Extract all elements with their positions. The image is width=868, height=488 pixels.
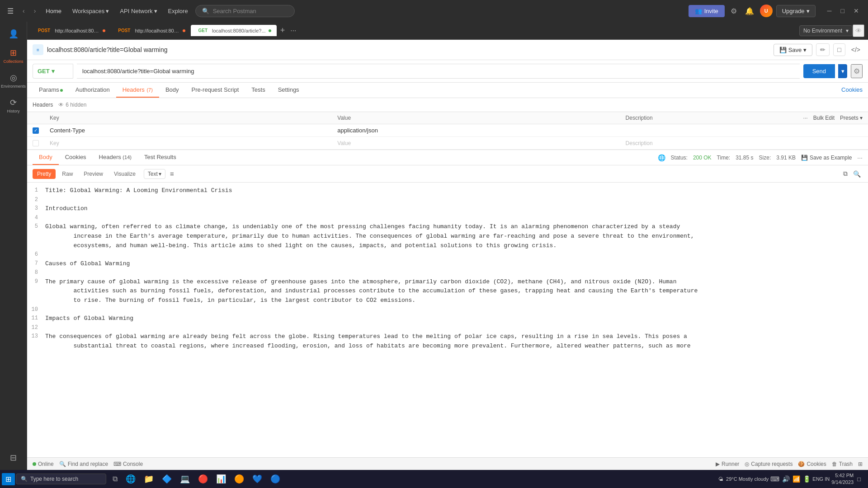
invite-button[interactable]: 👥 Invite <box>689 5 725 17</box>
url-input[interactable] <box>77 64 800 79</box>
runner-button[interactable]: ▶ Runner <box>716 461 739 467</box>
find-replace-button[interactable]: 🔍 Find and replace <box>59 461 108 467</box>
more-tabs-button[interactable]: ··· <box>288 27 298 35</box>
send-dropdown-button[interactable]: ▾ <box>838 64 847 78</box>
capture-requests-button[interactable]: ◎ Capture requests <box>745 461 793 467</box>
taskbar-item-vscode[interactable]: 💻 <box>176 472 193 486</box>
tab-params[interactable]: Params <box>33 83 69 98</box>
settings-button[interactable]: ⚙ <box>728 5 739 18</box>
cookies-status-button[interactable]: 🍪 Cookies <box>798 461 826 467</box>
upgrade-button[interactable]: Upgrade ▾ <box>776 5 816 17</box>
code-line-7: 7 Causes of Global Warming <box>27 259 868 269</box>
tab-authorization[interactable]: Authorization <box>69 83 116 98</box>
method-select[interactable]: GET ▾ <box>33 64 73 79</box>
response-more-button[interactable]: ··· <box>857 154 863 161</box>
tab-get-active[interactable]: GET localhost:8080/article?... <box>191 25 276 36</box>
expand-button[interactable]: ⊞ <box>858 461 863 467</box>
taskbar-item-task-view[interactable]: ⧉ <box>109 473 121 485</box>
home-nav-item[interactable]: Home <box>42 6 65 16</box>
tab-post-1[interactable]: POST http://localhost:8080, <box>31 25 111 36</box>
trash-button[interactable]: 🗑 Trash <box>832 461 853 467</box>
fmt-visualize[interactable]: Visualize <box>109 169 140 179</box>
presets-button[interactable]: Presets ▾ <box>840 115 863 121</box>
sidebar-item-environments[interactable]: ◎ Environments <box>2 69 25 92</box>
explore-nav-item[interactable]: Explore <box>165 6 192 16</box>
cookies-link[interactable]: Cookies <box>841 83 863 98</box>
tabs-bar: POST http://localhost:8080, POST http://… <box>27 22 868 40</box>
header-value-empty[interactable]: Value <box>332 137 620 150</box>
comment-button[interactable]: □ <box>833 43 845 56</box>
value-column-header: Value <box>332 112 620 124</box>
start-button[interactable]: ⊞ <box>2 473 15 485</box>
tab-headers[interactable]: Headers (7) <box>116 83 159 98</box>
text-format-select[interactable]: Text ▾ <box>144 169 165 179</box>
copy-response-button[interactable]: ⧉ <box>841 168 849 179</box>
notification-center-button[interactable]: □ <box>855 474 863 484</box>
code-line-6: 6 <box>27 250 868 259</box>
taskbar-item-app3[interactable]: 🔵 <box>267 472 284 486</box>
maximize-button[interactable]: □ <box>836 5 849 16</box>
environment-settings-button[interactable]: 👁 <box>853 24 864 37</box>
minimize-button[interactable]: ─ <box>823 5 836 16</box>
resp-tab-body[interactable]: Body <box>33 150 59 165</box>
code-button[interactable]: </> <box>849 44 863 56</box>
workspaces-nav-item[interactable]: Workspaces ▾ <box>69 6 113 16</box>
search-response-button[interactable]: 🔍 <box>851 168 863 179</box>
resp-tab-headers[interactable]: Headers (14) <box>93 150 138 165</box>
environment-select[interactable]: No Environment ▾ <box>799 25 853 36</box>
resp-tab-cookies[interactable]: Cookies <box>59 150 93 165</box>
fmt-pretty[interactable]: Pretty <box>33 169 56 179</box>
unsaved-dot-get <box>269 29 271 32</box>
fmt-preview[interactable]: Preview <box>79 169 108 179</box>
header-key-empty[interactable]: Key <box>44 137 332 150</box>
send-button[interactable]: Send <box>803 64 835 78</box>
tab-pre-request[interactable]: Pre-request Script <box>185 83 245 98</box>
sidebar-item-new[interactable]: 👤 <box>2 25 25 42</box>
tab-tests[interactable]: Tests <box>245 83 271 98</box>
save-button[interactable]: 💾 Save ▾ <box>774 44 813 56</box>
console-button[interactable]: ⌨ Console <box>113 461 143 467</box>
tab-body[interactable]: Body <box>159 83 185 98</box>
format-lines-button[interactable]: ≡ <box>167 169 177 179</box>
url-settings-icon[interactable]: ⚙ <box>851 64 863 78</box>
fmt-raw[interactable]: Raw <box>57 169 77 179</box>
header-desc-1[interactable] <box>620 124 868 137</box>
expand-icon: ⊞ <box>858 461 863 467</box>
add-tab-button[interactable]: + <box>277 26 289 35</box>
tab-settings[interactable]: Settings <box>272 83 306 98</box>
bulk-edit-link[interactable]: Bulk Edit <box>813 115 835 121</box>
taskbar-search[interactable]: 🔍 Type here to search <box>16 474 106 484</box>
online-status[interactable]: Online <box>33 461 54 467</box>
menu-button[interactable]: ☰ <box>5 5 16 17</box>
taskbar-item-browser[interactable]: 🔷 <box>158 472 175 486</box>
resp-tab-test-results[interactable]: Test Results <box>138 150 183 165</box>
header-desc-empty[interactable]: Description <box>620 137 868 150</box>
taskbar-item-chrome[interactable]: 🔴 <box>194 472 212 486</box>
search-bar[interactable]: 🔍 Search Postman <box>195 5 295 17</box>
save-example-button[interactable]: 💾 Save as Example <box>801 155 852 161</box>
taskbar-item-explorer[interactable]: 📁 <box>140 472 157 486</box>
sidebar-item-history[interactable]: ⟳ History <box>2 94 25 117</box>
code-viewer[interactable]: 1 Title: Global Warming: A Looming Envir… <box>27 183 868 457</box>
close-button[interactable]: ✕ <box>849 5 863 16</box>
taskbar-item-app2[interactable]: 🟠 <box>231 472 248 486</box>
sidebar-item-apps[interactable]: ⊟ <box>2 449 25 466</box>
header-checkbox-empty[interactable] <box>33 140 39 146</box>
capture-icon: ◎ <box>745 461 749 467</box>
unsaved-dot-1 <box>103 29 105 32</box>
avatar[interactable]: U <box>760 5 773 17</box>
header-checkbox-1[interactable]: ✓ <box>33 127 39 134</box>
sidebar-item-collections[interactable]: ⊞ Collections <box>2 44 25 67</box>
taskbar-item-app1[interactable]: 📊 <box>212 472 230 486</box>
api-network-nav-item[interactable]: API Network ▾ <box>116 6 160 16</box>
forward-button[interactable]: › <box>31 5 39 16</box>
back-button[interactable]: ‹ <box>20 5 28 16</box>
tab-post-2[interactable]: POST http://localhost:8080, <box>111 25 191 36</box>
taskbar-item-terminal[interactable]: 💙 <box>249 472 266 486</box>
header-value-1[interactable]: application/json <box>332 124 620 137</box>
edit-button[interactable]: ✏ <box>816 43 830 56</box>
taskbar-item-edge[interactable]: 🌐 <box>122 472 139 486</box>
sys-tray-icons: ⌨ 🔊 📶 🔋 <box>770 475 811 483</box>
header-key-1[interactable]: Content-Type <box>44 124 332 137</box>
notifications-button[interactable]: 🔔 <box>743 5 756 18</box>
